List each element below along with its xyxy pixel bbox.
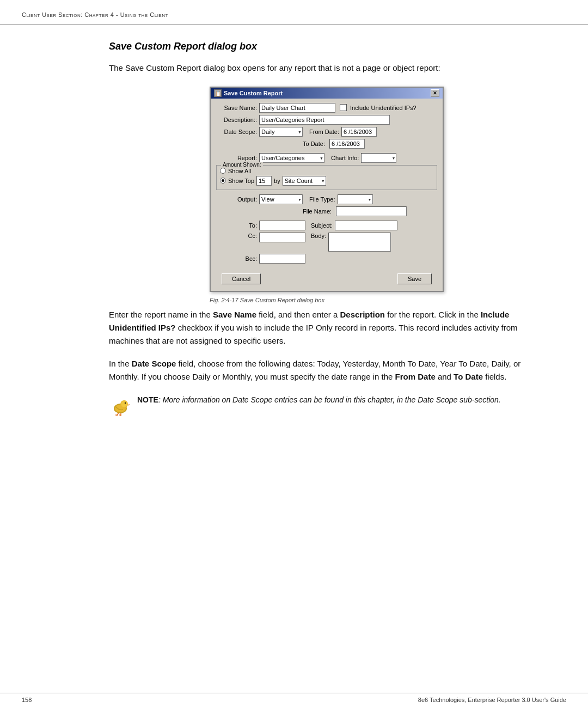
cc-label: Cc: [216,233,257,239]
save-button[interactable]: Save [397,273,432,284]
cc-input[interactable] [259,233,305,242]
page-number: 158 [22,697,32,703]
page-header: Client User Section: Chapter 4 - Using t… [0,0,588,25]
to-date-label: To Date: [303,141,325,147]
dialog-close-button[interactable]: ✕ [431,89,439,97]
note-bird-icon [109,394,132,417]
show-top-label: Show Top [228,178,254,184]
description-row: Description:: [216,115,437,125]
dialog-box: 📋 Save Custom Report ✕ Save Name: Includ… [210,87,444,292]
show-all-label: Show All [228,168,251,174]
to-label: To: [216,222,257,229]
by-select-wrapper: Site Count [283,176,326,186]
dialog-title-text: Save Custom Report [224,90,283,96]
show-top-input[interactable] [256,176,272,186]
bcc-input[interactable] [259,254,305,264]
report-select[interactable]: User/Categories [259,153,324,163]
chart-info-label: Chart Info: [331,155,359,161]
include-unidentified-label: Include Unidentified IPs? [350,105,416,111]
date-scope-row: Date Scope: Daily Today Yesterday Monthl… [216,127,437,137]
to-subject-row: To: Subject: [216,221,437,230]
output-select-wrapper: View [259,194,303,204]
date-scope-select[interactable]: Daily Today Yesterday Monthly Month To D… [259,127,303,137]
file-name-row: File Name: [216,206,437,216]
output-label: Output: [216,196,257,203]
by-select[interactable]: Site Count [283,176,326,186]
save-name-label: Save Name: [216,105,257,111]
date-scope-label: Date Scope: [216,129,257,135]
cc-body-row: Cc: Body: [216,233,437,252]
to-date-input[interactable] [329,139,365,149]
show-all-radio[interactable] [220,168,226,174]
file-type-label: File Type: [309,196,335,203]
body-label: Body: [311,233,326,239]
body-paragraph-2: In the Date Scope field, choose from the… [109,357,544,383]
note-icon [109,394,132,417]
svg-line-6 [117,413,119,415]
figure-caption: Fig. 2:4-17 Save Custom Report dialog bo… [210,295,444,304]
report-select-wrapper: User/Categories [259,153,324,163]
page-footer: 158 8e6 Technologies, Enterprise Reporte… [0,693,588,703]
file-name-label: File Name: [303,208,332,215]
from-date-label: From Date: [309,129,339,135]
main-content: Save Custom Report dialog box The Save C… [0,25,588,439]
by-label: by [274,178,280,184]
save-name-row: Save Name: Include Unidentified IPs? [216,103,437,113]
description-label: Description:: [216,117,257,123]
svg-point-4 [125,402,126,403]
subject-input[interactable] [335,221,397,230]
to-date-row: To Date: [216,139,437,149]
body-paragraph-1: Enter the report name in the Save Name f… [109,308,544,347]
save-name-input[interactable] [259,103,335,113]
amount-shown-groupbox: Amount Shown: Show All Show Top by [216,165,437,190]
note-section: NOTE: More information on Date Scope ent… [109,394,544,417]
show-all-row: Show All [220,168,433,174]
chart-info-select[interactable] [361,153,396,163]
file-type-select-wrapper [338,194,373,204]
publisher-text: 8e6 Technologies, Enterprise Reporter 3.… [418,697,566,703]
dialog-body: Save Name: Include Unidentified IPs? Des… [211,99,443,291]
include-unidentified-checkbox[interactable] [340,104,347,111]
bcc-row: Bcc: [216,254,437,264]
chart-info-select-wrapper [361,153,396,163]
section-heading: Save Custom Report dialog box [109,41,544,52]
intro-paragraph: The Save Custom Report dialog box opens … [109,62,544,75]
dialog-titlebar-left: 📋 Save Custom Report [214,89,283,97]
body-textarea[interactable] [328,233,391,252]
note-text: NOTE: More information on Date Scope ent… [137,394,501,406]
figure-caption-text: Fig. 2:4-17 Save Custom Report dialog bo… [210,297,324,303]
to-input[interactable] [259,221,305,230]
bcc-label: Bcc: [216,255,257,262]
svg-marker-5 [128,404,130,406]
dialog-title-icon: 📋 [214,89,222,97]
dialog-container: 📋 Save Custom Report ✕ Save Name: Includ… [109,87,544,304]
svg-point-3 [121,401,127,407]
dialog-titlebar: 📋 Save Custom Report ✕ [211,88,443,99]
output-row: Output: View File Type: [216,194,437,204]
show-top-radio[interactable] [220,178,226,184]
subject-label: Subject: [311,222,333,229]
description-input[interactable] [259,115,390,125]
cancel-button[interactable]: Cancel [222,273,261,284]
output-select[interactable]: View [259,194,303,204]
show-top-row: Show Top by Site Count [220,176,433,186]
from-date-input[interactable] [341,127,377,137]
dialog-buttons: Cancel Save [216,270,437,286]
file-type-select[interactable] [338,194,373,204]
file-name-input[interactable] [336,206,407,216]
date-scope-select-wrapper: Daily Today Yesterday Monthly Month To D… [259,127,303,137]
breadcrumb: Client User Section: Chapter 4 - Using t… [22,11,168,18]
page-wrapper: Client User Section: Chapter 4 - Using t… [0,0,588,714]
amount-shown-legend: Amount Shown: [221,162,263,168]
report-label: Report: [216,155,257,161]
